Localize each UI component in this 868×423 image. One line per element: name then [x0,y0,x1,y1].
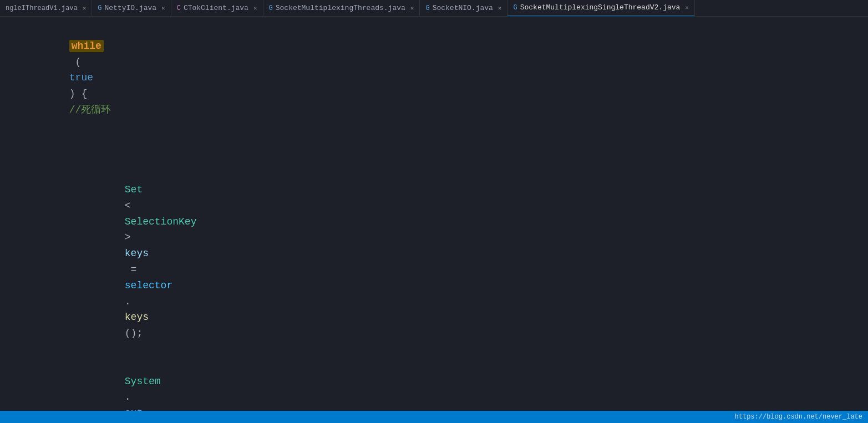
selector-var: selector [125,280,172,291]
tab-socket-mux[interactable]: G SocketMultiplexingThreads.java ✕ [263,0,420,17]
tab-bar: ngleIThreadV1.java ✕ G NettyIO.java ✕ C … [0,0,868,17]
selkey-type: SelectionKey [125,216,197,227]
editor-area: while ( true ) { //死循环 Set < SelectionKe… [0,17,868,411]
status-url[interactable]: https://blog.csdn.net/never_late [735,413,862,421]
tab-label: CTokClient.java [184,4,248,12]
punct-dot2: . [125,391,131,402]
punct-open: ( [69,57,82,68]
keys-var: keys [125,248,149,259]
tab-socketnio[interactable]: G SocketNIO.java ✕ [420,0,507,17]
code-line-println: System . out . println ( keys . size ()+… [0,358,868,411]
punct-parens1: (); [125,328,143,339]
code-line-set: Set < SelectionKey > keys = selector . k… [0,166,868,358]
system-kw: System [125,376,161,387]
tab-ctok[interactable]: C CTokClient.java ✕ [171,0,263,17]
true-value: true [69,72,93,83]
tab-label: SocketMultiplexingSingleThreadV2.java [520,3,681,12]
tab-g-icon: G [425,4,429,12]
close-icon[interactable]: ✕ [83,4,87,12]
tab-nettyio[interactable]: G NettyIO.java ✕ [92,0,171,17]
tab-socket-single[interactable]: G SocketMultiplexingSingleThreadV2.java … [507,0,694,17]
status-bar: https://blog.csdn.net/never_late [0,411,868,423]
close-icon[interactable]: ✕ [410,4,414,12]
close-icon[interactable]: ✕ [498,4,502,12]
code-line-1: while ( true ) { //死循环 [0,22,868,134]
tab-g-icon: G [513,4,517,12]
code-line-blank2 [0,150,868,166]
punct-assign: = [125,264,143,275]
punct-gt: > [125,232,137,243]
tab-label: NettyIO.java [104,4,156,12]
tab-label: ngleIThreadV1.java [6,4,78,12]
tab-label: SocketMultiplexingThreads.java [276,4,405,12]
code-line-blank1 [0,134,868,150]
close-icon[interactable]: ✕ [161,4,165,12]
keys-method: keys [125,312,149,323]
tab-ngle[interactable]: ngleIThreadV1.java ✕ [0,0,92,17]
punct-dot1: . [125,296,131,307]
punct-lt: < [125,200,131,211]
tab-g-icon: G [269,4,273,12]
tab-label: SocketNIO.java [433,4,493,12]
tab-g-icon: G [98,4,101,12]
tab-c-icon: C [177,4,181,12]
while-keyword: while [69,40,104,52]
set-type: Set [125,184,143,195]
dead-loop-comment: //死循环 [69,104,111,115]
close-icon[interactable]: ✕ [685,4,689,11]
punct-close: ) { [69,88,111,99]
close-icon[interactable]: ✕ [253,4,257,12]
